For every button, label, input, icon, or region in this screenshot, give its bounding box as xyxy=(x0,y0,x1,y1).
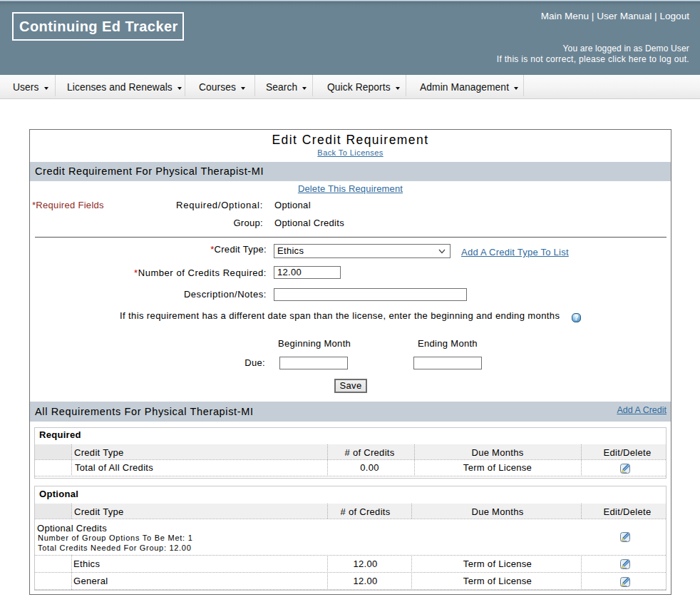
svg-text:?: ? xyxy=(574,314,578,322)
